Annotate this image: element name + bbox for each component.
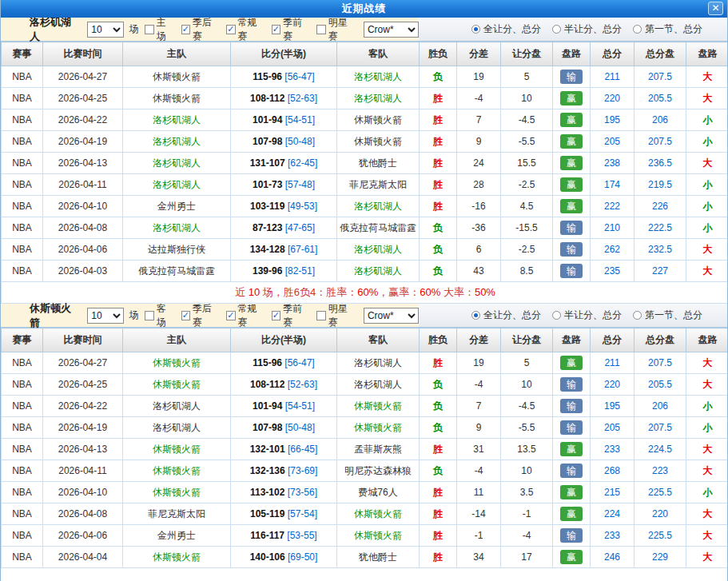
checkbox-label: 明星赛 [328, 302, 356, 329]
score-cell: 108-112 [52-63] [231, 374, 337, 396]
handicap-result-cell: 输 [553, 66, 591, 88]
filter-checkbox[interactable]: 客场 [145, 302, 174, 329]
filter-radio[interactable]: 第一节、总分 [633, 308, 702, 322]
checkbox-label: 季后赛 [193, 302, 220, 329]
handicap-line-cell: 17 [501, 547, 553, 568]
filter-radio[interactable]: 全让分、总分 [471, 22, 541, 36]
total-result-cell: 大 [686, 153, 728, 174]
away-team-cell: 菲尼克斯太阳 [337, 174, 420, 196]
total-result-cell: 小 [686, 217, 728, 239]
handicap-result-cell: 赢 [553, 196, 591, 217]
diff-cell: -4 [457, 374, 501, 396]
league-cell: NBA [2, 196, 43, 217]
result-cell: 胜 [420, 109, 457, 131]
games-count-select[interactable]: 10 [87, 22, 124, 38]
summary-text: 场，胜6负4：胜率： [260, 286, 357, 298]
filter-checkbox[interactable]: ✓常规赛 [226, 302, 265, 329]
filter-checkbox[interactable]: 明星赛 [316, 16, 356, 43]
handicap-result-cell: 赢 [553, 547, 591, 568]
date-cell: 2026-04-25 [43, 374, 123, 396]
filter-checkbox[interactable]: ✓季前赛 [272, 302, 311, 329]
score-cell: 101-94 [54-51] [231, 109, 337, 131]
result-cell: 胜 [420, 174, 457, 196]
score-cell: 115-96 [56-47] [231, 352, 337, 374]
score-cell: 107-98 [50-48] [231, 131, 337, 153]
filter-checkbox[interactable]: 主场 [145, 16, 174, 43]
score-value: 115-96 [253, 357, 282, 368]
filter-checkbox[interactable]: ✓季前赛 [272, 16, 311, 43]
total-line-cell: 207.5 [635, 131, 686, 153]
league-cell: NBA [2, 547, 43, 568]
column-header: 盘路 [686, 328, 728, 352]
radio-label: 半让分、总分 [564, 22, 622, 36]
home-team-cell: 休斯顿火箭 [123, 88, 231, 109]
column-header: 让分盘 [501, 42, 553, 66]
filter-checkbox[interactable]: ✓季后赛 [181, 16, 221, 43]
score-cell: 87-123 [47-65] [231, 217, 337, 239]
total-points-cell: 174 [591, 174, 635, 196]
away-team-cell: 休斯顿火箭 [337, 503, 420, 525]
handicap-result-badge: 赢 [560, 91, 583, 105]
recent-results-dialog: 近期战绩 ✕ 洛杉矶湖人 10 场 主场✓季后赛✓常规赛✓季前赛明星赛 Crow… [0, 0, 728, 581]
summary-text: ，赢率： [378, 286, 420, 298]
total-line-cell: 206 [635, 109, 686, 131]
total-points-cell: 205 [591, 417, 635, 439]
handicap-result-badge: 输 [560, 264, 583, 278]
home-team-cell: 休斯顿火箭 [123, 352, 231, 374]
odds-source-select[interactable]: Crow* [364, 308, 419, 324]
column-header: 比赛时间 [43, 328, 123, 352]
filter-radio[interactable]: 半让分、总分 [552, 22, 622, 36]
date-cell: 2026-04-04 [43, 547, 123, 568]
handicap-result-cell: 输 [553, 525, 591, 547]
handicap-line-cell: 4.5 [501, 196, 553, 217]
total-line-cell: 232.5 [635, 239, 686, 261]
date-cell: 2026-04-11 [43, 460, 123, 482]
result-cell: 负 [420, 460, 457, 482]
table-row: NBA2026-04-11休斯顿火箭132-136 [73-69]明尼苏达森林狼… [2, 460, 728, 482]
away-team-cell: 休斯顿火箭 [337, 109, 420, 131]
score-value: 132-101 [250, 444, 285, 455]
score-cell: 116-117 [53-55] [231, 525, 337, 547]
filter-checkbox[interactable]: 明星赛 [316, 302, 356, 329]
handicap-result-cell: 输 [553, 217, 591, 239]
table-row: NBA2026-04-03俄克拉荷马城雷霆139-96 [82-51]洛杉矶湖人… [2, 261, 728, 282]
summary-text: 50% [475, 286, 495, 298]
result-cell: 负 [420, 217, 457, 239]
filter-checkbox[interactable]: ✓常规赛 [226, 16, 265, 43]
table-header-row: 赛事比赛时间主队比分(半场)客队胜负分差让分盘盘路总分总分盘盘路 [2, 42, 728, 66]
half-score: [52-63] [284, 379, 317, 390]
home-team-cell: 休斯顿火箭 [123, 439, 231, 460]
total-result-cell: 大 [686, 503, 728, 525]
filter-radio[interactable]: 第一节、总分 [633, 22, 702, 36]
league-cell: NBA [2, 66, 43, 88]
handicap-line-cell: -1 [501, 503, 553, 525]
filter-radio[interactable]: 半让分、总分 [552, 308, 622, 322]
odds-source-select[interactable]: Crow* [364, 22, 419, 38]
half-score: [53-55] [284, 530, 317, 541]
column-header: 盘路 [553, 328, 591, 352]
filter-checkbox[interactable]: ✓季后赛 [181, 302, 221, 329]
date-cell: 2026-04-22 [43, 109, 123, 131]
total-points-cell: 195 [591, 396, 635, 417]
close-icon[interactable]: ✕ [708, 2, 723, 15]
date-cell: 2026-04-08 [43, 503, 123, 525]
home-team-cell: 休斯顿火箭 [123, 547, 231, 568]
table-row: NBA2026-04-06金州勇士116-117 [53-55]休斯顿火箭胜-1… [2, 525, 728, 547]
home-team-cell: 洛杉矶湖人 [123, 417, 231, 439]
checkbox-icon: ✓ [226, 25, 235, 34]
date-cell: 2026-04-10 [43, 482, 123, 503]
games-count-select[interactable]: 10 [87, 308, 124, 324]
away-team-cell: 休斯顿火箭 [337, 131, 420, 153]
score-cell: 107-98 [50-48] [231, 417, 337, 439]
half-score: [66-45] [285, 444, 318, 455]
table-row: NBA2026-04-19洛杉矶湖人107-98 [50-48]休斯顿火箭负9-… [2, 417, 728, 439]
score-value: 107-98 [253, 136, 282, 147]
filter-radio[interactable]: 全让分、总分 [471, 308, 541, 322]
league-cell: NBA [2, 460, 43, 482]
total-points-cell: 262 [591, 239, 635, 261]
half-score: [54-51] [282, 400, 315, 412]
result-cell: 胜 [420, 547, 457, 568]
total-points-cell: 238 [591, 153, 635, 174]
score-cell: 139-96 [82-51] [231, 261, 337, 282]
date-cell: 2026-04-19 [43, 417, 123, 439]
